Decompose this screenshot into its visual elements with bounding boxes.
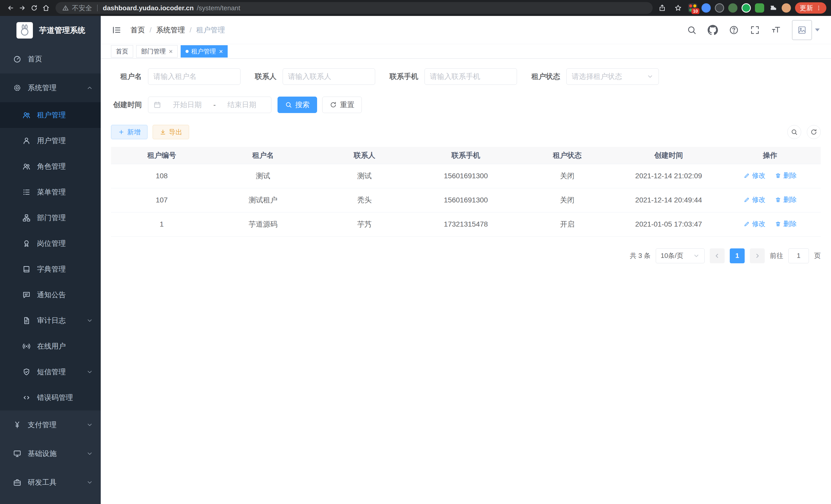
sidebar-item-notice[interactable]: 通知公告 bbox=[0, 282, 101, 308]
col-status: 租户状态 bbox=[516, 147, 618, 164]
home-icon[interactable] bbox=[40, 2, 52, 14]
tab-tenant[interactable]: 租户管理 × bbox=[181, 45, 228, 58]
sidebar-item-sms[interactable]: 短信管理 bbox=[0, 359, 101, 385]
toggle-search-icon[interactable] bbox=[787, 125, 801, 139]
sidebar-item-dept[interactable]: 部门管理 bbox=[0, 205, 101, 231]
search-icon[interactable] bbox=[687, 25, 697, 35]
sidebar-item-system[interactable]: 系统管理 bbox=[0, 73, 101, 102]
edit-button[interactable]: 修改 bbox=[743, 171, 766, 180]
contact-input[interactable] bbox=[283, 68, 375, 85]
sidebar-item-payment[interactable]: 支付管理 bbox=[0, 411, 101, 439]
app-logo[interactable]: 芋道管理系统 bbox=[0, 16, 101, 45]
breadcrumb-separator: / bbox=[190, 26, 192, 34]
extension-icon-dots[interactable]: 10 bbox=[688, 3, 697, 12]
sidebar-item-dict[interactable]: 字典管理 bbox=[0, 256, 101, 282]
font-size-icon[interactable] bbox=[771, 25, 781, 35]
reset-button-label: 重置 bbox=[340, 100, 354, 110]
fullscreen-icon[interactable] bbox=[750, 25, 760, 35]
prev-page-button[interactable] bbox=[710, 248, 725, 263]
profile-avatar[interactable] bbox=[782, 3, 791, 12]
add-button[interactable]: 新增 bbox=[111, 125, 147, 139]
help-icon[interactable] bbox=[729, 25, 739, 35]
breadcrumb-home[interactable]: 首页 bbox=[131, 25, 145, 35]
logo-image bbox=[17, 22, 33, 38]
sidebar-item-infrastructure[interactable]: 基础设施 bbox=[0, 439, 101, 468]
sidebar-item-home[interactable]: 首页 bbox=[0, 45, 101, 73]
page-number-button[interactable]: 1 bbox=[730, 248, 745, 263]
sidebar-item-online-user[interactable]: 在线用户 bbox=[0, 333, 101, 359]
tenant-name-input[interactable] bbox=[148, 68, 240, 85]
sidebar-item-tenant[interactable]: 租户管理 bbox=[0, 102, 101, 128]
sidebar-item-dev-tools[interactable]: 研发工具 bbox=[0, 468, 101, 497]
header-actions bbox=[687, 20, 820, 40]
sidebar-item-menu[interactable]: 菜单管理 bbox=[0, 179, 101, 205]
sidebar-item-error-code[interactable]: 错误码管理 bbox=[0, 385, 101, 411]
app-title: 芋道管理系统 bbox=[39, 25, 85, 36]
create-time-range-picker[interactable]: 开始日期 - 结束日期 bbox=[148, 97, 271, 113]
extension-icon-dark[interactable] bbox=[715, 3, 724, 12]
col-phone: 联系手机 bbox=[415, 147, 517, 164]
delete-button[interactable]: 删除 bbox=[775, 219, 797, 228]
tags-view-bar: 首页 部门管理 × 租户管理 × bbox=[101, 44, 831, 59]
tab-home[interactable]: 首页 bbox=[111, 45, 133, 58]
sidebar-item-audit-log[interactable]: 审计日志 bbox=[0, 308, 101, 333]
page-size-select[interactable]: 10条/页 bbox=[656, 248, 705, 263]
close-icon[interactable]: × bbox=[219, 48, 223, 55]
forward-icon[interactable] bbox=[17, 2, 28, 14]
breadcrumb-system[interactable]: 系统管理 bbox=[156, 25, 185, 35]
extensions-puzzle-icon[interactable] bbox=[768, 3, 778, 12]
select-placeholder: 请选择租户状态 bbox=[572, 72, 622, 82]
user-avatar-menu[interactable] bbox=[792, 20, 820, 40]
update-button[interactable]: 更新 bbox=[795, 2, 826, 13]
cell-status: 关闭 bbox=[516, 188, 618, 212]
sidebar-item-label: 岗位管理 bbox=[37, 239, 66, 248]
url-bar[interactable]: 不安全 dashboard.yudao.iocoder.cn /system/t… bbox=[56, 2, 653, 14]
tenant-status-select[interactable]: 请选择租户状态 bbox=[566, 68, 659, 85]
cell-tenant-id: 108 bbox=[111, 164, 212, 188]
reset-button[interactable]: 重置 bbox=[322, 97, 362, 113]
github-icon[interactable] bbox=[708, 25, 718, 35]
back-icon[interactable] bbox=[5, 2, 17, 14]
sidebar-item-post[interactable]: 岗位管理 bbox=[0, 231, 101, 256]
extension-icon-green[interactable] bbox=[728, 3, 738, 12]
bookmark-star-icon[interactable] bbox=[672, 2, 684, 14]
phone-input[interactable] bbox=[425, 68, 517, 85]
delete-button[interactable]: 删除 bbox=[775, 171, 797, 180]
sidebar-item-role[interactable]: 角色管理 bbox=[0, 154, 101, 179]
search-button[interactable]: 搜索 bbox=[278, 97, 317, 113]
next-page-button[interactable] bbox=[750, 248, 765, 263]
dot-yellow bbox=[693, 4, 696, 7]
close-icon[interactable]: × bbox=[169, 48, 173, 55]
extension-icon-blue[interactable] bbox=[701, 3, 711, 12]
export-button[interactable]: 导出 bbox=[153, 125, 189, 139]
edit-button[interactable]: 修改 bbox=[743, 195, 766, 204]
toolbox-icon bbox=[13, 478, 22, 487]
table-row: 1 芋道源码 芋艿 17321315478 开启 2021-01-05 17:0… bbox=[111, 212, 821, 236]
reload-icon[interactable] bbox=[28, 2, 40, 14]
date-separator: - bbox=[213, 101, 216, 109]
trash-icon bbox=[775, 221, 781, 227]
extension-icon-chat[interactable] bbox=[742, 3, 751, 12]
sidebar-item-label: 首页 bbox=[28, 54, 42, 64]
cell-actions: 修改 删除 bbox=[719, 188, 821, 212]
broken-image-icon bbox=[797, 25, 807, 35]
edit-button[interactable]: 修改 bbox=[743, 219, 766, 228]
delete-button[interactable]: 删除 bbox=[775, 195, 797, 204]
tab-label: 首页 bbox=[116, 47, 128, 56]
sidebar-item-label: 用户管理 bbox=[37, 136, 66, 146]
cell-phone: 15601691300 bbox=[415, 188, 517, 212]
trash-icon bbox=[775, 172, 781, 179]
tab-dept[interactable]: 部门管理 × bbox=[136, 45, 177, 58]
cell-actions: 修改 删除 bbox=[719, 212, 821, 236]
sidebar-item-user[interactable]: 用户管理 bbox=[0, 128, 101, 154]
browser-chrome: 不安全 dashboard.yudao.iocoder.cn /system/t… bbox=[0, 0, 831, 16]
sidebar-collapse-icon[interactable] bbox=[111, 24, 122, 36]
goto-page-input[interactable] bbox=[789, 248, 809, 263]
cell-tenant-id: 1 bbox=[111, 212, 212, 236]
refresh-table-icon[interactable] bbox=[807, 125, 821, 139]
add-button-label: 新增 bbox=[127, 128, 141, 137]
book-icon bbox=[22, 265, 31, 274]
share-icon[interactable] bbox=[656, 2, 668, 14]
extension-icon-square[interactable] bbox=[755, 3, 764, 12]
online-signal-icon bbox=[22, 342, 31, 351]
